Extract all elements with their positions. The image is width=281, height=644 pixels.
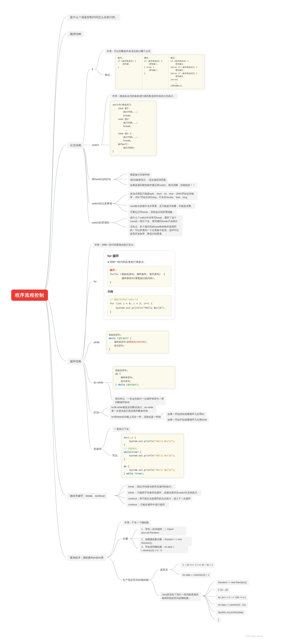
for-card: for 循环 ● 控制一段代码反复执行很多次。 格式： forfor (初始化语… xyxy=(104,251,175,319)
leaf-dead-1: 一直执行下去 xyxy=(112,426,131,432)
for-example-label: 示例 xyxy=(107,290,171,294)
node-sequential[interactable]: 顺序结构 xyxy=(67,31,84,38)
if-fmt-1: 格式： if（条件表达式）{ 语句体； } xyxy=(116,55,142,89)
leaf-sw-pen-1: 是什么？switch中没有写break，遇到了这个case会一直往下走，直到遇到… xyxy=(128,215,182,224)
leaf-jump-1: break ：跳出并结束当前所在循环的执行。 xyxy=(126,484,176,490)
leaf-rel-2a: 如果一开始就知道要循环几次用for xyxy=(166,412,206,417)
leaf-r-sub-1: 1 ~ 10 ==> -1 ==> (0 ~ 9) + 1 xyxy=(181,562,215,568)
leaf-do-note: 突出特点：一定会先执行一次循环体语句！再判断循环条件 xyxy=(113,396,166,405)
root-node[interactable]: 程序流程控制 xyxy=(11,290,48,301)
while-code: 初始化语句; while (循环条件) { 循环体语句(被重复执行的代码); 迭… xyxy=(107,331,168,353)
node-dead-write: 写法 xyxy=(112,454,118,457)
leaf-sw-note-1: 表达式类型只能是byte、short、int、char，JDK5开始支持枚举，J… xyxy=(128,191,197,200)
if-fmt-2: 格式： if（条件表达式）{ 语句体1； } else { 语句体2； } xyxy=(142,55,169,89)
leaf-r-java-2: // 10 ~ 30 xyxy=(216,587,230,593)
for-card-bullet: 控制一段代码反复执行很多次。 xyxy=(110,260,146,263)
leaf-rel-2-label: for和while在功能上完全一样，流程也是一样的 xyxy=(110,414,163,420)
leaf-switch-purpose: 作用：根据表达式的值来进行值匹配选择对应的分支执行。 xyxy=(110,94,177,99)
node-switch-note[interactable]: switch的注意事项 xyxy=(92,202,112,206)
leaf-diff-1: 都是做分支操作的 xyxy=(128,172,151,178)
node-if[interactable]: if xyxy=(92,68,93,71)
node-loop[interactable]: 循环结构 xyxy=(67,358,84,365)
node-switch[interactable]: switch xyxy=(92,144,99,146)
node-dowhile[interactable]: do-while xyxy=(94,381,103,384)
node-r-sub[interactable]: 减加法 xyxy=(160,568,168,572)
node-switch-pen[interactable]: switch的穿透性 xyxy=(92,221,110,224)
leaf-r-java-5: System.out.println(data); xyxy=(216,610,245,615)
deadloop-code: for(;;) { System.out.println("Hello Worl… xyxy=(122,434,183,478)
leaf-r-sub-2: int data = r.nextInt(10) + 1 xyxy=(181,572,211,578)
node-branch[interactable]: 分支结构 xyxy=(67,142,84,149)
leaf-diff-3: 如果是值匹配的操作建议用switch，格式清晰，性能较好！！ xyxy=(128,182,197,188)
if-fmt-3: 格式： if（条件表达式）{ 语句体1； }else if（条件表达式1）{ 语… xyxy=(169,55,204,89)
if-format-card: 格式： if（条件表达式）{ 语句体； } 格式： if（条件表达式）{ 语句体… xyxy=(116,55,204,89)
node-if-format-label: 格式： xyxy=(105,73,113,77)
leaf-loop-purpose: 作用：控制一段代码重复的执行多次 xyxy=(93,242,135,248)
node-difference[interactable]: 区别 xyxy=(94,411,99,414)
for-card-title: for 循环 xyxy=(107,254,171,258)
leaf-jump-3: continue：用于跳出当前循环的当次执行，进入下一次循环 xyxy=(126,496,192,502)
leaf-r-purpose: 作用：产生一个随机数 xyxy=(123,520,151,526)
node-if-switch-diff[interactable]: if和switch的区别 xyxy=(92,178,111,181)
watermark: CSDN @gh-xiaohe xyxy=(245,635,263,637)
switch-code: switch(表达式){ case 值1: 执行代码...; break; ca… xyxy=(110,101,156,156)
leaf-r-java-3: for (int i = 0 ; i < 100; i++) { xyxy=(216,595,247,600)
leaf-jump-2: break ：只能用于结束所在循环，或者结束所在switch分支的执行。 xyxy=(126,490,201,496)
leaf-rel-2b: 如果一开始不知道要循环几次用while xyxy=(166,417,209,422)
leaf-sw-note-3: 不要忘记写break，否则会出现穿透现象。 xyxy=(128,210,177,215)
node-for[interactable]: for xyxy=(94,280,97,283)
node-r-range[interactable]: 生产指定区间的随机数 xyxy=(123,578,149,582)
dowhile-code: 初始化语句; do { 循环体语句; 迭代语句; } while (循环条件); xyxy=(113,366,175,389)
leaf-r-java-label: Java其实给了我们一些功能直接就能得到指定区间的随机数： xyxy=(160,592,201,601)
leaf-diff-2: if的功能更强大 ：适合做区间匹配 xyxy=(128,177,168,183)
leaf-r-step-3: 3、开始得到随机数：int data = r.nextInt(10); // 0… xyxy=(139,544,188,553)
leaf-r-step-1: 1、导包（自动做的：）import java.util.Random; xyxy=(139,526,186,536)
node-while[interactable]: while xyxy=(94,341,100,344)
node-r-steps[interactable]: 步骤 xyxy=(123,537,128,540)
node-jump[interactable]: 跳转关键字：break、continue xyxy=(67,493,107,499)
leaf-if-purpose: 作用：可以判断条件来决定执行哪个分支 xyxy=(105,49,152,54)
leaf-sw-pen-2: 适合点：多个值对应的case块的操作是相同的！可以穿透到一个位置集中处理，这样可… xyxy=(128,224,182,236)
leaf-rel-1: for和 while都是先判断后执行，do-while第一次是先执行然后再判断条… xyxy=(110,405,156,414)
node-random[interactable]: 案例技术：随机数Random类 xyxy=(67,554,106,561)
leaf-sw-note-2: case给出的值不允许重复，且只能是字面量，不能是变量。 xyxy=(128,204,195,209)
leaf-jump-4: continue ：只能在循环中进行使用。 xyxy=(126,502,169,508)
node-what-is[interactable]: 是什么？就是控制代码怎么去执行的。 xyxy=(67,14,120,20)
leaf-r-java-6: } xyxy=(216,617,221,623)
leaf-r-java-4: int data = r.nextInt(10 , 31); xyxy=(216,602,248,608)
leaf-r-java-1: Random r = new Random(); xyxy=(216,580,249,585)
node-deadloop[interactable]: 死循环 xyxy=(94,448,102,451)
